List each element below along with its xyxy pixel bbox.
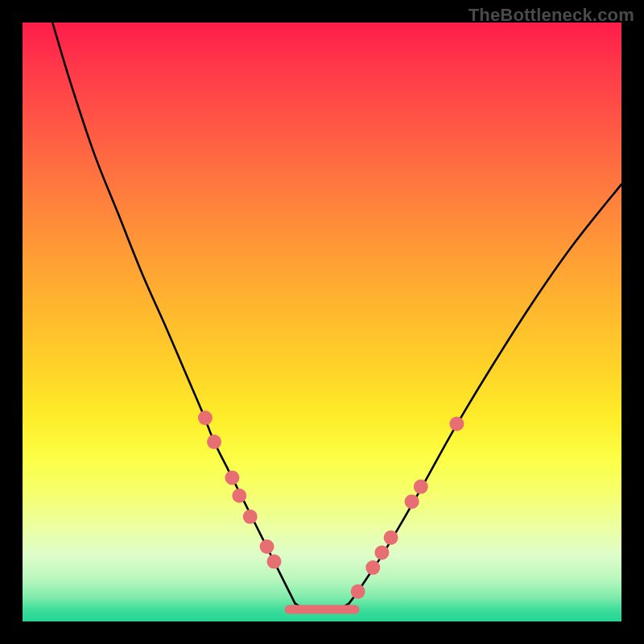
data-marker bbox=[198, 411, 213, 425]
watermark-text: TheBottleneck.com bbox=[469, 5, 634, 26]
data-marker bbox=[351, 584, 365, 599]
data-marker bbox=[384, 530, 398, 545]
data-marker bbox=[225, 470, 239, 485]
chart-svg bbox=[23, 23, 621, 621]
plot-area bbox=[23, 23, 621, 621]
data-marker bbox=[405, 494, 419, 509]
markers-right bbox=[351, 416, 464, 598]
data-marker bbox=[365, 560, 380, 575]
data-marker bbox=[266, 555, 281, 569]
data-marker bbox=[374, 545, 389, 559]
curve-left bbox=[52, 23, 295, 604]
data-marker bbox=[243, 510, 258, 524]
curve-group bbox=[52, 23, 621, 609]
data-marker bbox=[414, 480, 428, 494]
data-marker bbox=[449, 416, 464, 431]
data-marker bbox=[260, 539, 275, 554]
chart-stage: TheBottleneck.com bbox=[0, 0, 644, 644]
data-marker bbox=[207, 435, 221, 449]
data-marker bbox=[232, 489, 246, 503]
